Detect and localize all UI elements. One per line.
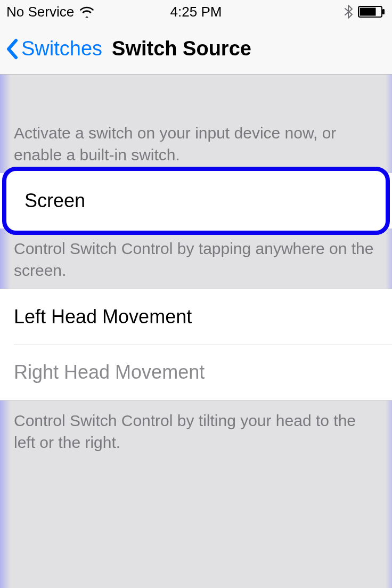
section-header: Activate a switch on your input device n… — [0, 75, 392, 173]
cell-label: Screen — [24, 190, 85, 212]
cell-right-head-movement[interactable]: Right Head Movement — [0, 345, 392, 400]
carrier-text: No Service — [6, 4, 74, 20]
svg-rect-1 — [360, 8, 376, 16]
svg-rect-2 — [382, 9, 385, 14]
back-label: Switches — [21, 37, 102, 60]
battery-icon — [358, 6, 386, 18]
section-footer: Control Switch Control by tilting your h… — [0, 401, 392, 461]
back-button[interactable]: Switches — [5, 37, 102, 60]
cell-left-head-movement[interactable]: Left Head Movement — [0, 289, 392, 345]
section-footer: Control Switch Control by tapping anywhe… — [0, 228, 392, 289]
chevron-left-icon — [5, 38, 18, 60]
content: Activate a switch on your input device n… — [0, 75, 392, 461]
nav-title: Switch Source — [112, 37, 251, 60]
cell-group-screen: Screen — [0, 173, 392, 228]
cell-group-head-movement: Left Head Movement Right Head Movement — [0, 289, 392, 401]
status-left: No Service — [6, 4, 94, 20]
cell-label: Right Head Movement — [14, 361, 205, 383]
status-right — [344, 5, 386, 19]
wifi-icon — [79, 6, 94, 18]
cell-screen[interactable]: Screen — [11, 173, 381, 228]
bluetooth-icon — [344, 5, 353, 19]
navigation-bar: Switches Switch Source — [0, 23, 392, 75]
status-bar: No Service 4:25 PM — [0, 0, 392, 23]
cell-label: Left Head Movement — [14, 306, 192, 328]
status-time: 4:25 PM — [170, 4, 222, 20]
